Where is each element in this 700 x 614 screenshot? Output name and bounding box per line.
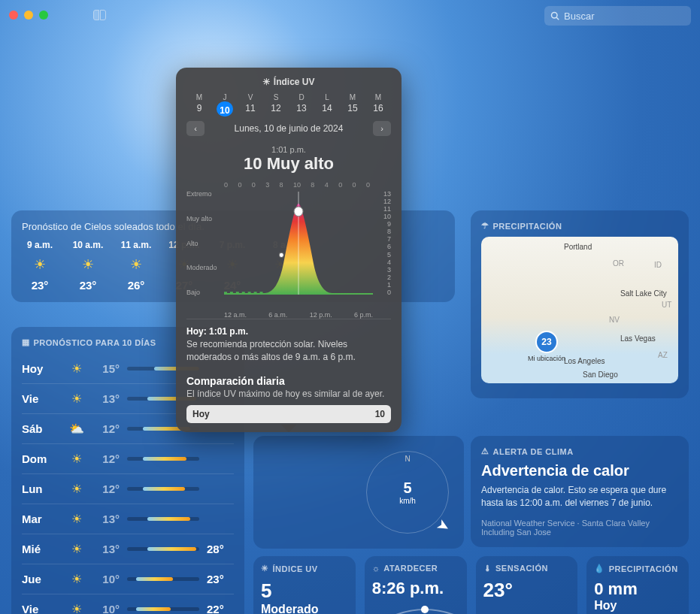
detail-cards-row: ☀ÍNDICE UV 5 Moderado Usa protección sol… bbox=[253, 556, 689, 614]
search-input[interactable]: Buscar bbox=[544, 6, 691, 26]
precip-header: ☂ PRECIPITACIÓN bbox=[481, 221, 678, 231]
sun-icon: ☀ bbox=[63, 572, 89, 586]
daily-row[interactable]: Mar☀13° bbox=[22, 504, 234, 534]
daily-row[interactable]: Vie☀10°22° bbox=[22, 594, 234, 614]
precip-amount-card[interactable]: 💧PRECIPITACIÓN 0 mm Hoy No se espera en bbox=[586, 556, 689, 614]
precipitation-map-card[interactable]: ☂ PRECIPITACIÓN Portland OR ID Salt Lake… bbox=[471, 210, 689, 398]
popover-day[interactable]: L14 bbox=[314, 93, 340, 116]
wind-arrow-icon: ➤ bbox=[433, 514, 453, 536]
day-high: 23° bbox=[207, 573, 234, 585]
compare-sub: El índice UV máximo de hoy es similar al… bbox=[186, 389, 391, 399]
precip2-header: PRECIPITACIÓN bbox=[609, 564, 678, 573]
umbrella-icon: ☂ bbox=[481, 221, 489, 231]
popover-day[interactable]: M15 bbox=[340, 93, 365, 116]
daily-row[interactable]: Lun☀12° bbox=[22, 473, 234, 504]
sun-icon: ☀ bbox=[262, 77, 273, 87]
precip-sub: Hoy bbox=[594, 599, 681, 612]
daily-row[interactable]: Dom☀12° bbox=[22, 443, 234, 473]
daily-row[interactable]: Mié☀13°28° bbox=[22, 534, 234, 564]
svg-point-4 bbox=[294, 207, 303, 216]
sun-icon: ☀ bbox=[261, 564, 269, 573]
traffic-lights bbox=[9, 11, 48, 20]
map-label: OR bbox=[613, 259, 624, 268]
alert-header: ⚠ ALERTA DE CLIMA bbox=[481, 446, 678, 456]
popover-day[interactable]: M16 bbox=[365, 93, 391, 116]
uv-detail-popover[interactable]: ☀ Índice UV M9J10V11S12D13L14M15M16 ‹ Lu… bbox=[176, 68, 402, 432]
fullscreen-window-button[interactable] bbox=[39, 11, 48, 20]
uv-card[interactable]: ☀ÍNDICE UV 5 Moderado Usa protección sol… bbox=[253, 556, 356, 614]
prev-day-button[interactable]: ‹ bbox=[186, 121, 205, 136]
weather-alert-card[interactable]: ⚠ ALERTA DE CLIMA Advertencia de calor A… bbox=[471, 436, 689, 547]
feels-value: 23° bbox=[483, 579, 571, 602]
hourly-item[interactable]: 11 a.m.☀26° bbox=[118, 240, 154, 292]
map-label: UT bbox=[662, 301, 671, 309]
popover-now-value: 10 Muy alto bbox=[186, 154, 391, 174]
map-label: NV bbox=[609, 316, 620, 324]
titlebar: Buscar bbox=[0, 0, 700, 30]
day-name: Sáb bbox=[22, 422, 63, 435]
day-low: 12° bbox=[89, 452, 120, 465]
sun-icon: ☀ bbox=[63, 542, 89, 556]
temp-range-bar bbox=[127, 607, 199, 611]
compare-today-bar: Hoy 10 bbox=[186, 405, 391, 423]
hourly-item[interactable]: 9 a.m.☀23° bbox=[22, 240, 58, 292]
uv-sub: Moderado bbox=[261, 603, 348, 614]
hourly-item[interactable]: 10 a.m.☀23° bbox=[70, 240, 106, 292]
precip-map[interactable]: Portland OR ID Salt Lake City NV UT Las … bbox=[481, 237, 678, 383]
precip-header-label: PRECIPITACIÓN bbox=[493, 222, 562, 231]
popover-day[interactable]: S12 bbox=[263, 93, 289, 116]
popover-day[interactable]: M9 bbox=[186, 93, 212, 116]
search-placeholder: Buscar bbox=[564, 11, 594, 22]
day-low: 13° bbox=[89, 392, 120, 405]
hour-time: 11 a.m. bbox=[121, 240, 152, 250]
svg-point-5 bbox=[279, 253, 283, 257]
day-name: Hoy bbox=[22, 362, 63, 375]
sun-icon: ☀ bbox=[63, 452, 89, 466]
sidebar-toggle-button[interactable] bbox=[93, 10, 106, 20]
day-high: 28° bbox=[207, 543, 234, 555]
wind-unit: km/h bbox=[399, 497, 416, 505]
day-name: Lun bbox=[22, 482, 63, 495]
temp-range-bar bbox=[127, 577, 199, 581]
close-window-button[interactable] bbox=[9, 11, 18, 20]
alert-title: Advertencia de calor bbox=[481, 462, 678, 479]
sunset-value: 8:26 p.m. bbox=[372, 579, 459, 598]
compare-bar-value: 10 bbox=[375, 409, 385, 419]
map-my-location[interactable]: 23 Mi ubicación bbox=[528, 331, 565, 362]
map-label: AZ bbox=[658, 351, 668, 359]
day-low: 13° bbox=[89, 513, 120, 525]
hour-time: 9 a.m. bbox=[27, 240, 53, 250]
svg-point-0 bbox=[552, 13, 558, 19]
hour-temp: 26° bbox=[128, 279, 145, 292]
sunset-card[interactable]: ☼ATARDECER 8:26 p.m. bbox=[365, 556, 467, 614]
alert-header-label: ALERTA DE CLIMA bbox=[493, 447, 574, 456]
minimize-window-button[interactable] bbox=[24, 11, 33, 20]
sun-icon: ☀ bbox=[63, 392, 89, 406]
wind-card[interactable]: N 5 km/h ➤ bbox=[253, 436, 464, 549]
popover-day[interactable]: V11 bbox=[238, 93, 263, 116]
daily-header-label: PRONÓSTICO PARA 10 DÍAS bbox=[34, 338, 156, 347]
compare-bar-label: Hoy bbox=[192, 409, 210, 419]
daily-row[interactable]: Jue☀10°23° bbox=[22, 564, 234, 594]
sunset-arc bbox=[372, 598, 459, 614]
uv-header: ÍNDICE UV bbox=[273, 564, 318, 573]
next-day-button[interactable]: › bbox=[373, 121, 391, 136]
popover-day-selector: M9J10V11S12D13L14M15M16 bbox=[186, 93, 391, 116]
day-name: Jue bbox=[22, 573, 63, 585]
svg-point-2 bbox=[421, 606, 429, 613]
day-name: Mié bbox=[22, 543, 63, 555]
popover-day[interactable]: D13 bbox=[289, 93, 314, 116]
popover-date: Lunes, 10 de junio de 2024 bbox=[235, 123, 344, 134]
feels-like-card[interactable]: 🌡SENSACIÓN 23° Similar a la temperatura bbox=[476, 556, 578, 614]
calendar-icon: ▦ bbox=[22, 337, 30, 347]
day-low: 15° bbox=[89, 362, 120, 375]
sun-icon: ☀ bbox=[34, 256, 46, 273]
uv-value: 5 bbox=[261, 579, 348, 603]
map-label: Los Angeles bbox=[564, 357, 605, 365]
map-label: San Diego bbox=[583, 371, 618, 379]
thermometer-icon: 🌡 bbox=[483, 564, 492, 573]
temp-range-bar bbox=[127, 517, 199, 521]
uv-chart: 000381084000 ExtremoMuy altoAltoModerado… bbox=[186, 181, 391, 305]
day-low: 13° bbox=[89, 543, 120, 555]
popover-day[interactable]: J10 bbox=[212, 93, 238, 116]
